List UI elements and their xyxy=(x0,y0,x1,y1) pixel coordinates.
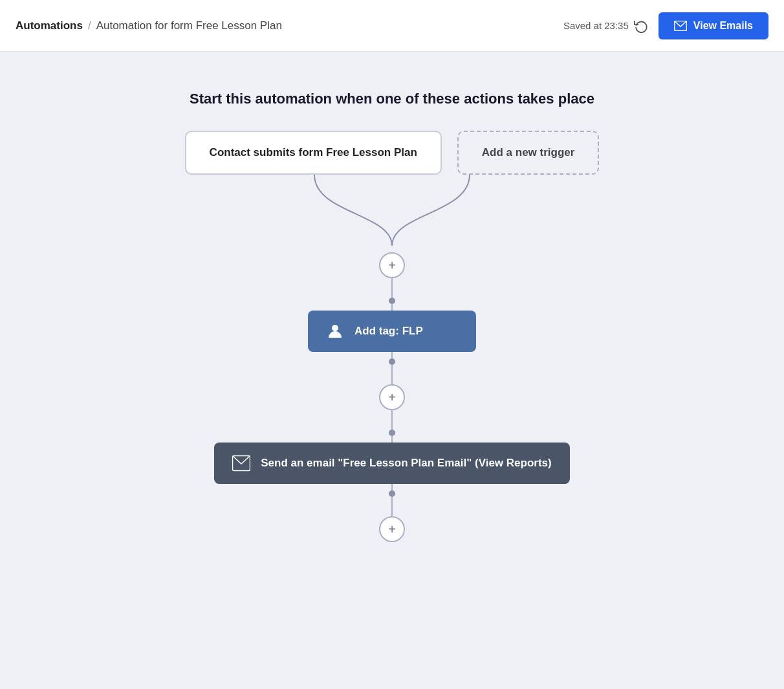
connector-dot-1 xyxy=(389,298,395,304)
add-tag-node[interactable]: Add tag: FLP xyxy=(308,311,476,352)
add-new-trigger[interactable]: Add a new trigger xyxy=(457,131,600,175)
send-email-label: Send an email "Free Lesson Plan Email" (… xyxy=(261,457,551,470)
history-icon[interactable] xyxy=(634,19,648,33)
trigger-contact-submits[interactable]: Contact submits form Free Lesson Plan xyxy=(185,131,442,175)
connector-line-2 xyxy=(391,304,393,311)
send-email-node[interactable]: Send an email "Free Lesson Plan Email" (… xyxy=(214,443,569,484)
connector-line-1 xyxy=(391,278,393,298)
connector-line-5 xyxy=(391,410,393,430)
connector-line-6 xyxy=(391,436,393,443)
email-icon xyxy=(674,21,687,31)
add-step-button-2[interactable]: + xyxy=(379,384,405,410)
header: Automations / Automation for form Free L… xyxy=(0,0,784,52)
header-actions: Saved at 23:35 View Emails xyxy=(563,12,768,39)
saved-status: Saved at 23:35 xyxy=(563,19,648,33)
canvas-title: Start this automation when one of these … xyxy=(190,91,594,107)
breadcrumb-separator: / xyxy=(88,19,91,32)
connector-line-8 xyxy=(391,497,393,516)
connector-dot-2 xyxy=(389,358,395,365)
connector-dot-3 xyxy=(389,430,395,436)
connector-lines-svg xyxy=(198,175,586,252)
add-step-button-3[interactable]: + xyxy=(379,516,405,542)
automation-canvas: Start this automation when one of these … xyxy=(0,52,784,689)
connector-line-7 xyxy=(391,484,393,490)
trigger1-label: Contact submits form Free Lesson Plan xyxy=(210,146,417,159)
person-tag-icon xyxy=(326,322,344,340)
saved-text-label: Saved at 23:35 xyxy=(563,20,629,31)
breadcrumb: Automations / Automation for form Free L… xyxy=(16,19,282,32)
view-emails-button[interactable]: View Emails xyxy=(659,12,768,39)
email-envelope-icon xyxy=(232,454,250,472)
connector-dot-4 xyxy=(389,490,395,497)
connector-line-3 xyxy=(391,352,393,358)
automations-link[interactable]: Automations xyxy=(16,19,83,32)
svg-point-1 xyxy=(332,325,338,331)
page-title: Automation for form Free Lesson Plan xyxy=(96,19,282,32)
flow-container: + Add tag: FLP + xyxy=(214,252,569,542)
add-tag-label: Add tag: FLP xyxy=(354,325,423,338)
add-step-button-1[interactable]: + xyxy=(379,252,405,278)
trigger-row: Contact submits form Free Lesson Plan Ad… xyxy=(185,131,600,175)
connector-line-4 xyxy=(391,365,393,384)
trigger2-label: Add a new trigger xyxy=(482,146,575,159)
view-emails-label: View Emails xyxy=(693,20,753,32)
